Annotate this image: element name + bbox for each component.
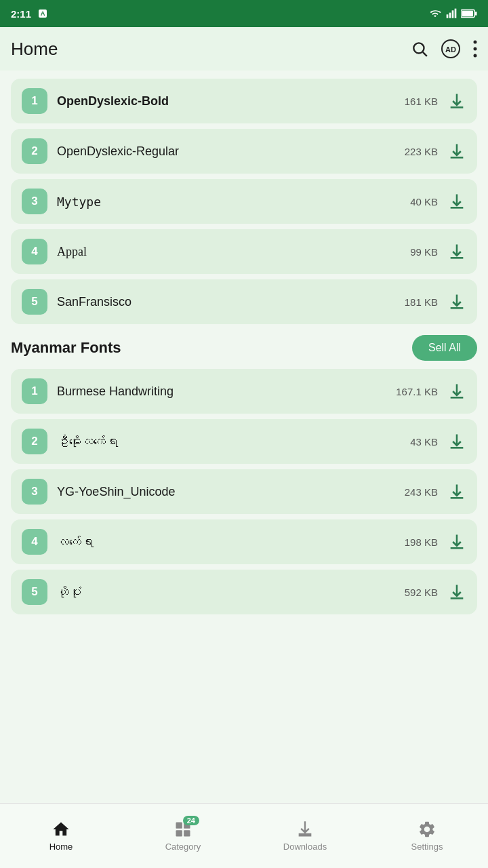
search-button[interactable] <box>411 40 428 58</box>
myanmar-font-rank-3: 3 <box>22 479 47 505</box>
myanmar-download-button-4[interactable] <box>447 532 466 551</box>
nav-downloads-label: Downloads <box>283 842 327 852</box>
font-name-3: Mytype <box>57 195 410 209</box>
svg-rect-29 <box>184 830 190 836</box>
myanmar-download-button-3[interactable] <box>447 482 466 501</box>
ad-badge-button[interactable]: AD <box>441 39 461 59</box>
svg-point-9 <box>413 43 424 53</box>
nav-settings[interactable]: Settings <box>366 820 488 852</box>
sell-all-button[interactable]: Sell All <box>412 335 477 361</box>
nav-category[interactable]: 24 Category <box>122 820 244 852</box>
nav-downloads[interactable]: Downloads <box>244 820 366 852</box>
font-item-3[interactable]: 3 Mytype 40 KB <box>11 179 477 224</box>
download-button-5[interactable] <box>447 292 466 311</box>
font-item-1[interactable]: 1 OpenDyslexic-Bold 161 KB <box>11 79 477 123</box>
status-icons <box>428 8 477 19</box>
svg-rect-3 <box>449 13 451 18</box>
myanmar-font-item-3[interactable]: 3 YG-YoeShin_Unicode 243 KB <box>11 469 477 514</box>
myanmar-font-name-5: ဟိုပုံး <box>57 585 405 599</box>
main-content: 1 OpenDyslexic-Bold 161 KB 2 OpenDyslexi… <box>0 71 488 803</box>
downloads-icon <box>296 820 314 839</box>
font-rank-1: 1 <box>22 88 47 114</box>
page-title: Home <box>11 39 58 60</box>
font-item-4[interactable]: 4 Appal 99 KB <box>11 229 477 274</box>
font-name-2: OpenDyslexic-Regular <box>57 144 405 159</box>
svg-rect-2 <box>447 14 449 18</box>
font-item-2[interactable]: 2 OpenDyslexic-Regular 223 KB <box>11 129 477 174</box>
font-size-3: 40 KB <box>410 196 438 208</box>
myanmar-download-button-5[interactable] <box>447 583 466 601</box>
status-bar: 2:11 A <box>0 0 488 27</box>
more-icon <box>473 40 477 58</box>
myanmar-font-size-2: 43 KB <box>410 436 438 448</box>
ad-icon: AD <box>441 39 461 59</box>
font-size-4: 99 KB <box>410 246 438 258</box>
nav-home[interactable]: Home <box>0 820 122 852</box>
font-rank-5: 5 <box>22 289 47 315</box>
signal-icon <box>446 8 457 19</box>
myanmar-section-title: Myanmar Fonts <box>11 339 121 357</box>
myanmar-font-size-4: 198 KB <box>405 536 438 548</box>
myanmar-font-item-5[interactable]: 5 ဟိုပုံး 592 KB <box>11 570 477 614</box>
myanmar-font-rank-4: 4 <box>22 529 47 555</box>
accessibility-icon: A <box>37 8 49 19</box>
svg-point-14 <box>474 47 477 51</box>
svg-rect-4 <box>452 10 454 18</box>
myanmar-font-rank-1: 1 <box>22 378 47 404</box>
myanmar-download-button-2[interactable] <box>447 432 466 451</box>
svg-point-15 <box>474 54 477 58</box>
myanmar-font-item-2[interactable]: 2 ဦးဓိုးလေက်ရေး 43 KB <box>11 419 477 464</box>
myanmar-section-header: Myanmar Fonts Sell All <box>11 335 477 361</box>
myanmar-font-size-5: 592 KB <box>405 587 438 598</box>
nav-settings-label: Settings <box>411 842 443 852</box>
nav-category-label: Category <box>165 842 201 852</box>
font-rank-3: 3 <box>22 189 47 214</box>
svg-text:AD: AD <box>445 45 456 54</box>
font-name-1: OpenDyslexic-Bold <box>57 94 405 108</box>
wifi-icon <box>428 8 442 19</box>
svg-rect-5 <box>455 9 457 18</box>
app-bar: Home AD <box>0 27 488 71</box>
download-button-3[interactable] <box>447 192 466 211</box>
download-button-4[interactable] <box>447 242 466 261</box>
myanmar-font-item-4[interactable]: 4 လက်ရေး 198 KB <box>11 519 477 564</box>
dyslexic-font-list: 1 OpenDyslexic-Bold 161 KB 2 OpenDyslexi… <box>11 79 477 324</box>
download-button-1[interactable] <box>447 92 466 111</box>
download-button-2[interactable] <box>447 142 466 161</box>
svg-line-10 <box>423 52 427 56</box>
font-size-5: 181 KB <box>405 296 438 308</box>
svg-text:A: A <box>41 10 45 17</box>
status-time: 2:11 <box>11 8 31 20</box>
category-badge: 24 <box>183 816 199 825</box>
myanmar-font-name-2: ဦးဓိုးလေက်ရေး <box>57 435 410 449</box>
myanmar-font-name-4: လက်ရေး <box>57 535 405 549</box>
myanmar-download-button-1[interactable] <box>447 382 466 401</box>
myanmar-font-name-1: Burmese Handwriting <box>57 384 396 399</box>
myanmar-font-rank-5: 5 <box>22 579 47 605</box>
myanmar-font-size-3: 243 KB <box>405 486 438 498</box>
svg-rect-28 <box>176 830 182 836</box>
font-name-4: Appal <box>57 245 410 259</box>
svg-point-13 <box>474 41 477 44</box>
myanmar-font-name-3: YG-YoeShin_Unicode <box>57 485 405 499</box>
myanmar-font-item-1[interactable]: 1 Burmese Handwriting 167.1 KB <box>11 369 477 414</box>
more-options-button[interactable] <box>473 40 477 58</box>
settings-icon <box>418 820 436 839</box>
bottom-navigation: Home 24 Category Downloads Settings <box>0 803 488 868</box>
myanmar-font-rank-2: 2 <box>22 429 47 454</box>
font-size-2: 223 KB <box>405 146 438 157</box>
home-icon <box>52 820 70 839</box>
myanmar-font-size-1: 167.1 KB <box>396 386 438 397</box>
font-size-1: 161 KB <box>405 96 438 107</box>
svg-rect-8 <box>475 12 477 16</box>
svg-rect-7 <box>462 11 473 16</box>
font-rank-4: 4 <box>22 239 47 264</box>
font-name-5: SanFransisco <box>57 295 405 309</box>
battery-icon <box>461 8 477 19</box>
nav-home-label: Home <box>49 842 73 852</box>
svg-rect-26 <box>176 823 182 829</box>
font-item-5[interactable]: 5 SanFransisco 181 KB <box>11 279 477 324</box>
font-rank-2: 2 <box>22 138 47 164</box>
myanmar-font-list: 1 Burmese Handwriting 167.1 KB 2 ဦးဓိုးလ… <box>11 369 477 614</box>
